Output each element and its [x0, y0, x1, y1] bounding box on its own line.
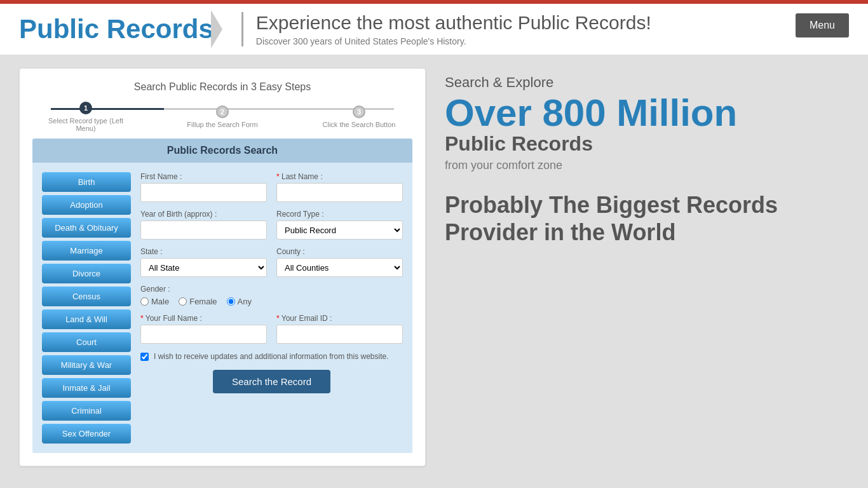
form-header: Public Records Search	[32, 139, 412, 163]
state-group: State : All State	[140, 247, 267, 277]
step-3: 3 Click the Search Button	[318, 105, 400, 128]
gender-female-radio[interactable]	[179, 297, 187, 306]
logo: Public Records	[19, 14, 214, 44]
last-name-input[interactable]	[276, 183, 403, 202]
progress-container: 1 Select Record type (Left Menu) 2 Fillu…	[32, 102, 412, 132]
yob-label: Year of Birth (approx) :	[140, 210, 267, 219]
sidebar-item-birth[interactable]: Birth	[42, 172, 131, 192]
gender-male-radio[interactable]	[140, 297, 149, 306]
fullname-required: *	[140, 314, 146, 323]
sidebar-item-military-war[interactable]: Military & War	[42, 355, 131, 375]
last-name-required: *	[276, 172, 281, 181]
sidebar-item-court[interactable]: Court	[42, 332, 131, 352]
last-name-group: * Last Name :	[276, 172, 403, 202]
steps-title: Search Public Records in 3 Easy Steps	[32, 81, 412, 93]
state-county-row: State : All State County : All Counties	[140, 247, 403, 277]
main-content: Search Public Records in 3 Easy Steps 1 …	[0, 55, 868, 479]
gender-any-radio[interactable]	[227, 297, 235, 306]
yob-recordtype-row: Year of Birth (approx) : Record Type : P…	[140, 210, 403, 240]
gender-male-option[interactable]: Male	[140, 297, 169, 306]
gender-female-option[interactable]: Female	[179, 297, 217, 306]
record-type-label: Record Type :	[276, 210, 403, 219]
form-fields: First Name : * Last Name : Year of	[140, 172, 403, 444]
right-panel: Search & Explore Over 800 Million Public…	[426, 68, 849, 466]
record-type-select[interactable]: Public Record Birth Death Marriage Divor…	[276, 220, 403, 240]
sidebar-item-inmate-jail[interactable]: Inmate & Jail	[42, 378, 131, 398]
first-name-label: First Name :	[140, 172, 267, 181]
progress-track: 1 Select Record type (Left Menu) 2 Fillu…	[44, 102, 400, 132]
step-3-circle: 3	[353, 105, 365, 118]
search-panel: Search Public Records in 3 Easy Steps 1 …	[19, 68, 426, 466]
step-1-label: Select Record type (Left Menu)	[44, 117, 127, 132]
sidebar-item-criminal[interactable]: Criminal	[42, 401, 131, 421]
state-label: State :	[140, 247, 267, 256]
menu-button[interactable]: Menu	[796, 13, 849, 37]
newsletter-checkbox[interactable]	[140, 353, 149, 361]
gender-label: Gender :	[140, 285, 403, 294]
county-group: County : All Counties	[276, 247, 403, 277]
yob-group: Year of Birth (approx) :	[140, 210, 267, 240]
sidebar-item-death-obituary[interactable]: Death & Obituary	[42, 218, 131, 238]
header-left: Public Records Experience the most authe…	[19, 10, 651, 48]
sidebar-item-land-will[interactable]: Land & Will	[42, 309, 131, 329]
right-sub-text: from your comfort zone	[445, 159, 836, 172]
header-tagline: Experience the most authentic Public Rec…	[241, 12, 651, 46]
step-2: 2 Fillup the Search Form	[181, 105, 264, 128]
step-2-circle: 2	[216, 105, 229, 118]
right-intro: Search & Explore	[445, 74, 836, 91]
step-1-circle: 1	[79, 102, 92, 114]
checkbox-row: I wish to receive updates and additional…	[140, 351, 403, 362]
fullname-email-row: * Your Full Name : * Your Email ID :	[140, 314, 403, 344]
email-input[interactable]	[276, 325, 403, 344]
checkbox-text: I wish to receive updates and additional…	[154, 351, 389, 362]
form-body: Birth Adoption Death & Obituary Marriage…	[32, 163, 412, 453]
email-group: * Your Email ID :	[276, 314, 403, 344]
sidebar-item-marriage[interactable]: Marriage	[42, 241, 131, 261]
right-subtitle: Public Records	[445, 132, 836, 156]
sidebar-item-sex-offender[interactable]: Sex Offender	[42, 424, 131, 444]
yob-input[interactable]	[140, 220, 267, 240]
sidebar-menu: Birth Adoption Death & Obituary Marriage…	[42, 172, 131, 444]
sidebar-item-adoption[interactable]: Adoption	[42, 195, 131, 215]
gender-any-option[interactable]: Any	[227, 297, 252, 306]
record-type-group: Record Type : Public Record Birth Death …	[276, 210, 403, 240]
sidebar-item-divorce[interactable]: Divorce	[42, 264, 131, 283]
name-row: First Name : * Last Name :	[140, 172, 403, 202]
logo-plain: Public	[19, 14, 107, 44]
first-name-group: First Name :	[140, 172, 267, 202]
county-select[interactable]: All Counties	[276, 258, 403, 277]
tagline-sub: Discover 300 years of United States Peop…	[256, 36, 651, 46]
tagline-heading: Experience the most authentic Public Rec…	[256, 12, 651, 34]
header: Public Records Experience the most authe…	[0, 4, 868, 55]
email-label: * Your Email ID :	[276, 314, 403, 323]
search-button[interactable]: Search the Record	[213, 370, 330, 393]
fullname-input[interactable]	[140, 325, 267, 344]
fullname-label: * Your Full Name :	[140, 314, 267, 323]
sidebar-item-census[interactable]: Census	[42, 287, 131, 306]
right-big-number: Over 800 Million	[445, 94, 836, 132]
logo-ribbon	[211, 10, 222, 48]
state-select[interactable]: All State	[140, 258, 267, 277]
logo-blue: Records	[107, 14, 214, 44]
first-name-input[interactable]	[140, 183, 267, 202]
step-1: 1 Select Record type (Left Menu)	[44, 102, 127, 132]
gender-options: Male Female Any	[140, 297, 403, 306]
last-name-label: * Last Name :	[276, 172, 403, 181]
email-required: *	[276, 314, 281, 323]
county-label: County :	[276, 247, 403, 256]
right-promo: Probably The Biggest Records Provider in…	[445, 191, 836, 246]
step-2-label: Fillup the Search Form	[181, 121, 264, 128]
gender-row: Gender : Male Female Any	[140, 285, 403, 306]
step-3-label: Click the Search Button	[318, 121, 400, 128]
fullname-group: * Your Full Name :	[140, 314, 267, 344]
